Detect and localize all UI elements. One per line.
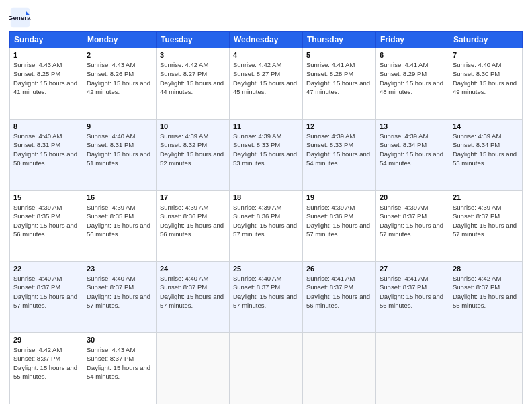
- calendar-cell: 27 Sunrise: 4:41 AM Sunset: 8:37 PM Dayl…: [376, 262, 449, 333]
- day-number: 3: [160, 51, 226, 59]
- day-info: Sunrise: 4:43 AM Sunset: 8:26 PM Dayligh…: [87, 60, 152, 96]
- sunset-label: Sunset: 8:37 PM: [87, 355, 134, 362]
- sunset-label: Sunset: 8:37 PM: [453, 283, 500, 291]
- sunset-label: Sunset: 8:31 PM: [87, 141, 134, 148]
- day-number: 19: [306, 193, 372, 201]
- daylight-label: Daylight: 15 hours and 57 minutes.: [306, 222, 370, 238]
- daylight-label: Daylight: 15 hours and 53 minutes.: [233, 150, 297, 167]
- daylight-label: Daylight: 15 hours and 50 minutes.: [13, 150, 77, 167]
- sunrise-label: Sunrise: 4:39 AM: [453, 203, 501, 211]
- daylight-label: Daylight: 15 hours and 57 minutes.: [13, 293, 77, 309]
- calendar-cell: 20 Sunrise: 4:39 AM Sunset: 8:37 PM Dayl…: [376, 191, 449, 262]
- calendar-cell: 18 Sunrise: 4:39 AM Sunset: 8:36 PM Dayl…: [230, 191, 303, 262]
- day-info: Sunrise: 4:42 AM Sunset: 8:37 PM Dayligh…: [13, 345, 79, 381]
- day-number: 14: [453, 122, 519, 130]
- calendar-cell: 3 Sunrise: 4:42 AM Sunset: 8:27 PM Dayli…: [157, 48, 230, 120]
- daylight-label: Daylight: 15 hours and 54 minutes.: [380, 150, 443, 167]
- day-info: Sunrise: 4:41 AM Sunset: 8:37 PM Dayligh…: [306, 274, 372, 310]
- calendar-cell: [376, 333, 449, 404]
- sunrise-label: Sunrise: 4:39 AM: [233, 203, 281, 211]
- sunrise-label: Sunrise: 4:40 AM: [87, 275, 135, 282]
- calendar-table: SundayMondayTuesdayWednesdayThursdayFrid…: [9, 31, 523, 404]
- daylight-label: Daylight: 15 hours and 57 minutes.: [453, 222, 517, 238]
- day-number: 26: [306, 265, 372, 273]
- sunrise-label: Sunrise: 4:43 AM: [13, 61, 62, 68]
- daylight-label: Daylight: 15 hours and 42 minutes.: [87, 79, 150, 95]
- col-header-sunday: Sunday: [10, 32, 83, 48]
- day-info: Sunrise: 4:39 AM Sunset: 8:37 PM Dayligh…: [453, 203, 519, 238]
- sunrise-label: Sunrise: 4:43 AM: [87, 346, 135, 353]
- week-row-3: 15 Sunrise: 4:39 AM Sunset: 8:35 PM Dayl…: [10, 191, 523, 262]
- day-info: Sunrise: 4:42 AM Sunset: 8:27 PM Dayligh…: [160, 60, 226, 96]
- calendar-cell: 8 Sunrise: 4:40 AM Sunset: 8:31 PM Dayli…: [10, 120, 83, 191]
- day-info: Sunrise: 4:41 AM Sunset: 8:29 PM Dayligh…: [380, 60, 445, 96]
- sunrise-label: Sunrise: 4:39 AM: [306, 203, 355, 211]
- day-number: 9: [87, 122, 152, 130]
- day-number: 6: [380, 51, 445, 59]
- day-number: 4: [233, 51, 299, 59]
- sunset-label: Sunset: 8:36 PM: [233, 212, 280, 220]
- sunset-label: Sunset: 8:27 PM: [233, 70, 280, 77]
- daylight-label: Daylight: 15 hours and 48 minutes.: [380, 79, 443, 95]
- sunset-label: Sunset: 8:36 PM: [306, 212, 353, 220]
- daylight-label: Daylight: 15 hours and 51 minutes.: [87, 150, 150, 167]
- day-info: Sunrise: 4:40 AM Sunset: 8:31 PM Dayligh…: [13, 132, 79, 167]
- sunset-label: Sunset: 8:37 PM: [13, 355, 60, 362]
- daylight-label: Daylight: 15 hours and 57 minutes.: [233, 293, 297, 309]
- col-header-saturday: Saturday: [449, 32, 523, 48]
- sunset-label: Sunset: 8:27 PM: [160, 70, 207, 77]
- sunset-label: Sunset: 8:34 PM: [453, 141, 500, 148]
- calendar-cell: 30 Sunrise: 4:43 AM Sunset: 8:37 PM Dayl…: [83, 333, 157, 404]
- sunrise-label: Sunrise: 4:40 AM: [233, 275, 281, 282]
- sunrise-label: Sunrise: 4:40 AM: [87, 132, 135, 140]
- sunrise-label: Sunrise: 4:41 AM: [306, 61, 355, 68]
- daylight-label: Daylight: 15 hours and 45 minutes.: [233, 79, 297, 95]
- calendar-cell: 4 Sunrise: 4:42 AM Sunset: 8:27 PM Dayli…: [230, 48, 303, 120]
- day-number: 27: [380, 265, 445, 273]
- week-row-5: 29 Sunrise: 4:42 AM Sunset: 8:37 PM Dayl…: [10, 333, 523, 404]
- day-number: 11: [233, 122, 299, 130]
- col-header-wednesday: Wednesday: [230, 32, 303, 48]
- daylight-label: Daylight: 15 hours and 57 minutes.: [160, 293, 224, 309]
- day-number: 2: [87, 51, 152, 59]
- calendar-cell: 28 Sunrise: 4:42 AM Sunset: 8:37 PM Dayl…: [449, 262, 523, 333]
- sunrise-label: Sunrise: 4:41 AM: [380, 61, 428, 68]
- sunrise-label: Sunrise: 4:39 AM: [306, 132, 355, 140]
- col-header-thursday: Thursday: [303, 32, 376, 48]
- sunset-label: Sunset: 8:37 PM: [13, 283, 60, 291]
- sunrise-label: Sunrise: 4:39 AM: [380, 132, 428, 140]
- day-info: Sunrise: 4:41 AM Sunset: 8:28 PM Dayligh…: [306, 60, 372, 96]
- week-row-4: 22 Sunrise: 4:40 AM Sunset: 8:37 PM Dayl…: [10, 262, 523, 333]
- calendar-cell: 15 Sunrise: 4:39 AM Sunset: 8:35 PM Dayl…: [10, 191, 83, 262]
- daylight-label: Daylight: 15 hours and 56 minutes.: [380, 293, 443, 309]
- day-info: Sunrise: 4:39 AM Sunset: 8:36 PM Dayligh…: [233, 203, 299, 238]
- sunrise-label: Sunrise: 4:39 AM: [87, 203, 135, 211]
- daylight-label: Daylight: 15 hours and 41 minutes.: [13, 79, 77, 95]
- calendar-cell: 26 Sunrise: 4:41 AM Sunset: 8:37 PM Dayl…: [303, 262, 376, 333]
- day-info: Sunrise: 4:42 AM Sunset: 8:27 PM Dayligh…: [233, 60, 299, 96]
- day-info: Sunrise: 4:43 AM Sunset: 8:37 PM Dayligh…: [87, 345, 152, 381]
- day-number: 21: [453, 193, 519, 201]
- daylight-label: Daylight: 15 hours and 49 minutes.: [453, 79, 517, 95]
- day-number: 16: [87, 193, 152, 201]
- day-number: 20: [380, 193, 445, 201]
- sunset-label: Sunset: 8:37 PM: [160, 283, 207, 291]
- sunset-label: Sunset: 8:30 PM: [453, 70, 500, 77]
- day-info: Sunrise: 4:39 AM Sunset: 8:34 PM Dayligh…: [380, 132, 445, 167]
- daylight-label: Daylight: 15 hours and 55 minutes.: [453, 293, 517, 309]
- calendar-cell: [157, 333, 230, 404]
- calendar-cell: 17 Sunrise: 4:39 AM Sunset: 8:36 PM Dayl…: [157, 191, 230, 262]
- sunrise-label: Sunrise: 4:42 AM: [160, 61, 208, 68]
- calendar-cell: 19 Sunrise: 4:39 AM Sunset: 8:36 PM Dayl…: [303, 191, 376, 262]
- sunset-label: Sunset: 8:35 PM: [13, 212, 60, 220]
- day-number: 23: [87, 265, 152, 273]
- daylight-label: Daylight: 15 hours and 52 minutes.: [160, 150, 224, 167]
- week-row-1: 1 Sunrise: 4:43 AM Sunset: 8:25 PM Dayli…: [10, 48, 523, 120]
- calendar-cell: 2 Sunrise: 4:43 AM Sunset: 8:26 PM Dayli…: [83, 48, 157, 120]
- day-number: 8: [13, 122, 79, 130]
- day-number: 29: [13, 336, 79, 344]
- day-info: Sunrise: 4:39 AM Sunset: 8:36 PM Dayligh…: [306, 203, 372, 238]
- calendar-cell: 1 Sunrise: 4:43 AM Sunset: 8:25 PM Dayli…: [10, 48, 83, 120]
- daylight-label: Daylight: 15 hours and 57 minutes.: [380, 222, 443, 238]
- sunset-label: Sunset: 8:37 PM: [306, 283, 353, 291]
